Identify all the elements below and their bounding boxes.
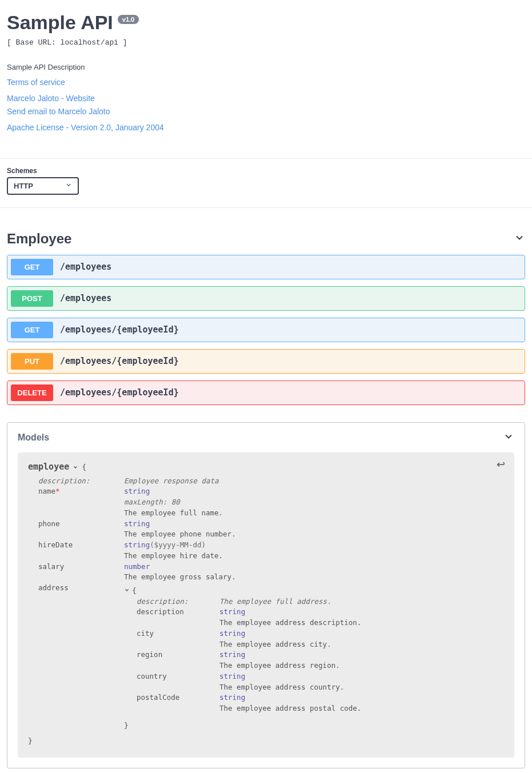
prop-name: name* <box>38 486 124 497</box>
prop-format: ($yyyy-MM-dd) <box>150 540 206 549</box>
scheme-select[interactable]: HTTP <box>7 177 79 195</box>
http-method-badge: GET <box>11 259 53 275</box>
model-description-label: description: <box>137 596 219 607</box>
models-section-header[interactable]: Models <box>7 423 525 452</box>
operation-delete-employee-by-id[interactable]: DELETE /employees/{employeeId} <box>7 381 525 405</box>
prop-name: address <box>38 583 124 731</box>
http-method-badge: DELETE <box>11 385 53 401</box>
prop-type: string <box>219 672 245 680</box>
operation-path: /employees/{employeeId} <box>60 387 179 398</box>
version-badge: v1.0 <box>118 15 139 24</box>
prop-type: string <box>124 519 150 528</box>
prop-type: string <box>219 629 245 638</box>
chevron-down-icon[interactable] <box>124 585 130 596</box>
model-description: The employee full address. <box>219 597 331 606</box>
http-method-badge: GET <box>11 322 53 338</box>
operation-path: /employees <box>60 262 111 272</box>
prop-desc: The employee address description. <box>219 618 504 628</box>
prop-name: description <box>137 607 219 618</box>
tag-name: Employee <box>7 231 71 247</box>
operation-get-employees[interactable]: GET /employees <box>7 255 525 279</box>
prop-type: string <box>219 693 245 702</box>
operation-get-employee-by-id[interactable]: GET /employees/{employeeId} <box>7 318 525 342</box>
close-brace: } <box>124 720 504 731</box>
model-employee: ↩ employee { description: Employee respo… <box>18 452 514 758</box>
operation-path: /employees <box>60 293 111 303</box>
prop-desc: The employee address region. <box>219 660 504 671</box>
author-website-link[interactable]: Marcelo Jaloto - Website <box>7 92 525 105</box>
author-email-link[interactable]: Send email to Marcelo Jaloto <box>7 105 525 118</box>
operation-path: /employees/{employeeId} <box>60 356 179 366</box>
prop-type: string <box>124 540 150 549</box>
model-description-label: description: <box>38 476 124 487</box>
http-method-badge: PUT <box>11 353 53 370</box>
api-description: Sample API Description <box>7 63 525 71</box>
prop-desc: The employee full name. <box>124 508 504 519</box>
prop-desc: The employee address postal code. <box>219 703 504 714</box>
chevron-down-icon <box>514 232 525 246</box>
prop-type: number <box>124 562 150 571</box>
back-icon[interactable]: ↩ <box>497 458 505 471</box>
prop-name: region <box>137 650 219 660</box>
scheme-selected-value: HTTP <box>14 182 33 190</box>
terms-of-service-link[interactable]: Terms of service <box>7 76 525 89</box>
chevron-down-icon[interactable] <box>73 462 78 472</box>
prop-name: city <box>137 628 219 639</box>
prop-desc: The employee gross salary. <box>124 572 504 583</box>
prop-type: string <box>219 650 245 659</box>
operation-post-employees[interactable]: POST /employees <box>7 286 525 311</box>
model-description: Employee response data <box>124 476 219 485</box>
prop-desc: The employee address country. <box>219 682 504 693</box>
models-heading: Models <box>18 432 49 443</box>
prop-desc: The employee phone number. <box>124 529 504 540</box>
open-brace: { <box>132 585 137 596</box>
prop-desc: The employee hire date. <box>124 551 504 562</box>
prop-name: salary <box>38 562 124 572</box>
open-brace: { <box>82 463 86 471</box>
license-link[interactable]: Apache License - Version 2.0, January 20… <box>7 121 525 134</box>
tag-employee-header[interactable]: Employee <box>7 226 525 255</box>
chevron-down-icon <box>503 431 514 444</box>
model-name: employee <box>28 462 69 472</box>
operation-put-employee-by-id[interactable]: PUT /employees/{employeeId} <box>7 349 525 374</box>
close-brace: } <box>28 736 504 745</box>
prop-name: postalCode <box>137 692 219 703</box>
operation-path: /employees/{employeeId} <box>60 325 179 335</box>
prop-name: country <box>137 671 219 682</box>
prop-name: hireDate <box>38 540 124 551</box>
api-title: Sample API <box>7 11 113 34</box>
schemes-label: Schemes <box>7 167 525 175</box>
chevron-down-icon <box>65 182 72 190</box>
prop-type: string <box>219 607 245 616</box>
http-method-badge: POST <box>11 290 53 307</box>
prop-desc: The employee address city. <box>219 639 504 650</box>
prop-name: phone <box>38 519 124 530</box>
prop-constraint: maxLength: 80 <box>124 498 180 506</box>
prop-type: string <box>124 487 150 495</box>
base-url: [ Base URL: localhost/api ] <box>7 38 525 47</box>
